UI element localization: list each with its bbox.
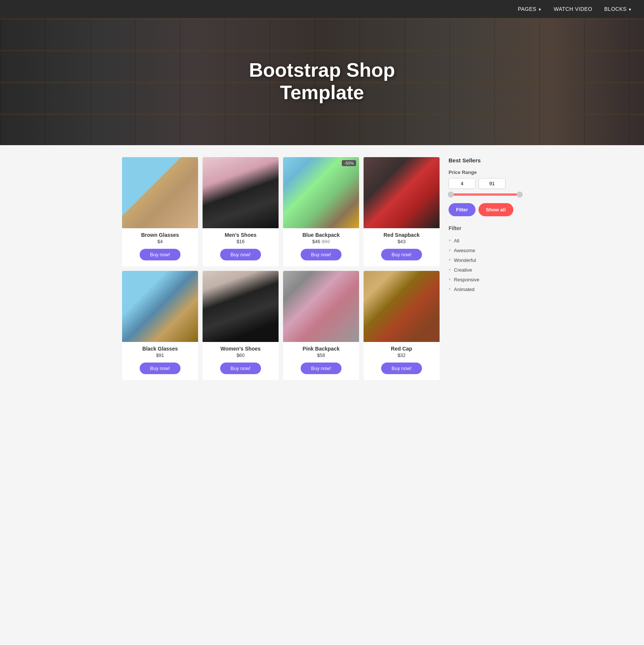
buy-now-button-brown-glasses[interactable]: Buy now! xyxy=(140,249,180,260)
sidebar-buttons: Filter Show all xyxy=(449,203,522,216)
product-name: Blue Backpack xyxy=(303,232,340,238)
product-name: Red Snapback xyxy=(383,232,419,238)
hero-section: Bootstrap Shop Template xyxy=(0,18,644,145)
nav-watch-video[interactable]: WATCH VIDEO xyxy=(554,6,592,12)
buy-now-button-womens-shoes[interactable]: Buy now! xyxy=(220,363,261,374)
buy-now-button-blue-backpack[interactable]: Buy now! xyxy=(301,249,341,260)
blocks-caret-icon: ▼ xyxy=(628,7,632,12)
price-max-input[interactable] xyxy=(479,178,505,189)
sidebar: Best Sellers Price Range Filter Show all… xyxy=(440,157,522,380)
product-price: $4 xyxy=(157,239,162,244)
hero-title: Bootstrap Shop Template xyxy=(249,59,395,104)
buy-now-button-red-cap[interactable]: Buy now! xyxy=(381,363,422,374)
product-card-red-snapback: Red Snapback $43 Buy now! xyxy=(364,157,440,266)
product-name: Red Cap xyxy=(391,346,412,352)
product-price: $46$92 xyxy=(312,239,330,244)
product-image-pink-backpack xyxy=(283,271,359,342)
product-card-pink-backpack: Pink Backpack $58 Buy now! xyxy=(283,271,359,380)
filter-button[interactable]: Filter xyxy=(449,203,476,216)
range-fill xyxy=(449,193,518,196)
show-all-button[interactable]: Show all xyxy=(479,203,513,216)
product-name: Black Glasses xyxy=(142,346,178,352)
original-price: $92 xyxy=(322,239,330,244)
products-grid: Brown Glasses $4 Buy now! Men's Shoes $1… xyxy=(122,157,440,380)
product-price: $43 xyxy=(398,239,406,244)
navbar: PAGES▼ WATCH VIDEO BLOCKS▼ xyxy=(0,0,644,18)
price-inputs xyxy=(449,178,522,189)
product-name: Brown Glasses xyxy=(141,232,179,238)
pages-caret-icon: ▼ xyxy=(538,7,542,12)
product-price: $91 xyxy=(156,352,164,358)
filter-item-awesome[interactable]: Awesome xyxy=(449,245,522,255)
buy-now-button-red-snapback[interactable]: Buy now! xyxy=(381,249,422,260)
price-range-slider[interactable] xyxy=(449,193,522,196)
price-min-input[interactable] xyxy=(449,178,476,189)
price-range-label: Price Range xyxy=(449,169,522,175)
product-name: Women's Shoes xyxy=(221,346,261,352)
buy-now-button-pink-backpack[interactable]: Buy now! xyxy=(301,363,341,374)
product-image-womens-shoes xyxy=(203,271,279,342)
buy-now-button-black-glasses[interactable]: Buy now! xyxy=(140,363,180,374)
product-image-mens-shoes xyxy=(203,157,279,228)
product-price: $16 xyxy=(237,239,245,244)
range-thumb-left[interactable] xyxy=(448,192,454,198)
products-section: Brown Glasses $4 Buy now! Men's Shoes $1… xyxy=(122,157,440,380)
buy-now-button-mens-shoes[interactable]: Buy now! xyxy=(220,249,261,260)
product-card-blue-backpack: -50% Blue Backpack $46$92 Buy now! xyxy=(283,157,359,266)
nav-blocks[interactable]: BLOCKS▼ xyxy=(604,6,632,12)
product-name: Men's Shoes xyxy=(225,232,256,238)
product-name: Pink Backpack xyxy=(303,346,340,352)
product-price: $32 xyxy=(398,352,406,358)
sale-badge: -50% xyxy=(342,160,356,166)
filter-item-all[interactable]: All xyxy=(449,236,522,245)
product-image-red-snapback xyxy=(364,157,440,228)
product-card-mens-shoes: Men's Shoes $16 Buy now! xyxy=(203,157,279,266)
range-thumb-right[interactable] xyxy=(517,192,523,198)
filter-section-title: Filter xyxy=(449,225,522,231)
filter-item-wonderful[interactable]: Wonderful xyxy=(449,255,522,265)
product-price: $60 xyxy=(237,352,245,358)
main-container: Brown Glasses $4 Buy now! Men's Shoes $1… xyxy=(116,145,528,392)
product-card-brown-glasses: Brown Glasses $4 Buy now! xyxy=(122,157,198,266)
product-card-black-glasses: Black Glasses $91 Buy now! xyxy=(122,271,198,380)
product-price: $58 xyxy=(317,352,325,358)
nav-pages[interactable]: PAGES▼ xyxy=(518,6,542,12)
product-image-black-glasses xyxy=(122,271,198,342)
filter-item-responsive[interactable]: Responsive xyxy=(449,275,522,284)
product-image-red-cap xyxy=(364,271,440,342)
filter-list: AllAwesomeWonderfulCreativeResponsiveAni… xyxy=(449,236,522,294)
filter-item-creative[interactable]: Creative xyxy=(449,265,522,275)
filter-item-animated[interactable]: Animated xyxy=(449,284,522,294)
product-card-womens-shoes: Women's Shoes $60 Buy now! xyxy=(203,271,279,380)
product-image-blue-backpack xyxy=(283,157,359,228)
product-card-red-cap: Red Cap $32 Buy now! xyxy=(364,271,440,380)
best-sellers-title: Best Sellers xyxy=(449,157,522,163)
product-image-brown-glasses xyxy=(122,157,198,228)
